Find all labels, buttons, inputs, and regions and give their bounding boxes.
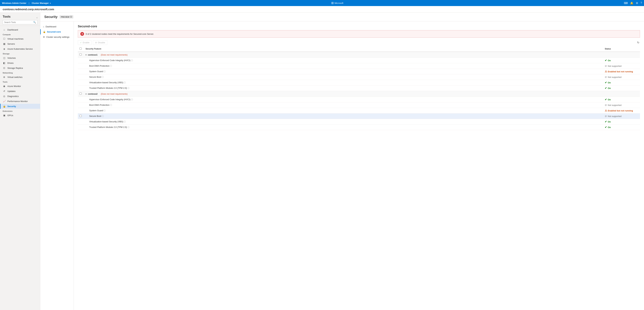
info-icon[interactable]: ⓘ (104, 70, 106, 73)
group-name: contoso1 (88, 54, 98, 56)
updates-icon: ↺ (3, 90, 6, 93)
sidebar-item-drives[interactable]: ◧ Drives (0, 60, 40, 66)
status-not: ⊘ Not supported (605, 115, 638, 118)
status-warn: ⚠ Enabled but not running (605, 109, 638, 112)
feature-name: Trusted Platform Module 2.0 (TPM 2.0)ⓘ (84, 85, 603, 91)
status-ok: ✔ On (605, 120, 638, 123)
volumes-icon: ◫ (3, 57, 6, 59)
preview-info-icon[interactable]: ⓘ (70, 16, 72, 18)
alert-message: 0 of 2 clustered nodes meet the requirem… (86, 33, 154, 35)
status-warn: ⚠ Enabled but not running (605, 70, 638, 73)
col-status-header: Status (603, 46, 640, 52)
sidebar-collapse-btn[interactable]: ‹ (36, 16, 38, 19)
feature-checkbox[interactable] (80, 115, 82, 117)
table-row[interactable]: Secure Bootⓘ ⊘ Not supported (78, 113, 640, 119)
sidebar-item-label: Security (8, 105, 16, 108)
left-nav-item-cluster-security[interactable]: ⚙ Cluster security settings (40, 35, 74, 40)
table-row[interactable]: Boot DMA Protectionⓘ ⊘ Not supported (78, 102, 640, 108)
feature-status: ✔ On (603, 97, 640, 102)
feature-status: ⚠ Enabled but not running (603, 108, 640, 113)
sidebar-item-virtual-switches[interactable]: ⊕ Virtual switches (0, 75, 40, 80)
feature-status: ✔ On (603, 119, 640, 125)
info-icon[interactable]: ⓘ (128, 87, 130, 89)
sidebar-header: Tools ‹ 🔍 (0, 13, 40, 26)
info-icon[interactable]: ⓘ (110, 65, 112, 67)
sidebar-section-extensions: Extensions (0, 109, 40, 113)
info-icon[interactable]: ⓘ (131, 59, 133, 62)
enable-button[interactable]: ✓ Enable (78, 40, 92, 45)
server-name: contoso.redmond.corp.microsoft.com (3, 8, 641, 13)
status-ok: ✔ On (605, 59, 638, 62)
right-panel: Secured-core ✕ 0 of 2 clustered nodes me… (74, 21, 644, 310)
sidebar-item-azure-kubernetes[interactable]: ◈ Azure Kubernetes Service (0, 46, 40, 51)
alert-error-icon: ✕ (80, 32, 84, 36)
terminal-icon[interactable]: ⌨ (624, 2, 628, 5)
table-row[interactable]: Trusted Platform Module 2.0 (TPM 2.0)ⓘ ✔… (78, 125, 640, 130)
info-icon[interactable]: ⓘ (110, 104, 112, 106)
group-checkbox[interactable] (80, 53, 82, 56)
table-group-row[interactable]: ▾ contoso1 (Does not meet requirements) (78, 52, 640, 58)
search-icon: 🔍 (33, 21, 36, 24)
table-row[interactable]: Virtualization-based Security (VBS)ⓘ ✔ O… (78, 119, 640, 125)
enable-label: Enable (83, 41, 90, 44)
feature-name: Hypervisor Enforced Code Integrity (HVCI… (84, 58, 603, 63)
table-row[interactable]: Virtualization-based Security (VBS)ⓘ ✔ O… (78, 80, 640, 85)
table-row[interactable]: Trusted Platform Module 2.0 (TPM 2.0)ⓘ ✔… (78, 85, 640, 91)
help-icon[interactable]: ? (640, 2, 642, 5)
refresh-button[interactable]: ↻ (636, 40, 640, 45)
left-nav-item-dashboard[interactable]: ⌂ Dashboard (40, 24, 74, 29)
left-nav: ⌂ Dashboard 🔒 Secured-core ⚙ Cluster sec… (40, 21, 74, 310)
bell-icon[interactable]: 🔔 (630, 2, 634, 5)
table-row[interactable]: Boot DMA Protectionⓘ ⊘ Not supported (78, 63, 640, 69)
search-input[interactable] (4, 21, 32, 24)
status-not: ⊘ Not supported (605, 76, 638, 79)
feature-status: ⊘ Not supported (603, 113, 640, 119)
sidebar-item-security[interactable]: 🔒 Security (0, 104, 40, 109)
microsoft-label: Microsoft (334, 2, 343, 4)
group-name: contoso2 (88, 93, 98, 95)
azure-monitor-icon: ◉ (3, 85, 6, 87)
info-icon[interactable]: ⓘ (124, 81, 126, 84)
table-group-row[interactable]: ▾ contoso2 (Does not meet requirements) (78, 91, 640, 97)
table-row[interactable]: Hypervisor Enforced Code Integrity (HVCI… (78, 58, 640, 63)
gear-icon[interactable]: ⚙ (636, 2, 638, 5)
group-checkbox[interactable] (80, 93, 82, 95)
expand-arrow: ▾ (86, 93, 86, 95)
top-bar-divider: | (29, 2, 29, 4)
top-bar-left: Windows Admin Center | Cluster Manager ▾ (2, 2, 51, 4)
table-row[interactable]: System Guardⓘ ⚠ Enabled but not running (78, 108, 640, 113)
dashboard-icon: ⌂ (3, 28, 6, 31)
left-nav-label: Dashboard (46, 25, 56, 28)
table-row[interactable]: System Guardⓘ ⚠ Enabled but not running (78, 69, 640, 74)
cluster-manager-label[interactable]: Cluster Manager ▾ (32, 2, 51, 4)
left-nav-label: Secured-core (47, 31, 61, 33)
table-row[interactable]: Hypervisor Enforced Code Integrity (HVCI… (78, 97, 640, 102)
top-bar-center: ⊞ Microsoft (331, 1, 343, 5)
info-icon[interactable]: ⓘ (124, 121, 126, 123)
info-icon[interactable]: ⓘ (102, 76, 104, 78)
sidebar-item-storage-replica[interactable]: ⊡ Storage Replica (0, 66, 40, 71)
sidebar-item-updates[interactable]: ↺ Updates (0, 89, 40, 94)
sidebar-item-volumes[interactable]: ◫ Volumes (0, 55, 40, 60)
select-all-checkbox[interactable] (80, 48, 82, 50)
sidebar-item-diagnostics[interactable]: ◎ Diagnostics (0, 94, 40, 99)
sidebar-item-dashboard[interactable]: ⌂ Dashboard (0, 27, 40, 32)
sidebar-item-label: Volumes (8, 57, 16, 59)
info-icon[interactable]: ⓘ (131, 98, 133, 101)
left-nav-item-secured-core[interactable]: 🔒 Secured-core (40, 29, 74, 35)
info-icon[interactable]: ⓘ (102, 115, 104, 117)
info-icon[interactable]: ⓘ (104, 109, 106, 112)
aks-icon: ◈ (3, 48, 6, 50)
sidebar-item-gpus[interactable]: ▣ GPUs (0, 113, 40, 118)
sidebar-item-performance-monitor[interactable]: 📈 Performance Monitor (0, 99, 40, 104)
disable-circle-icon: ⊘ (95, 41, 97, 44)
sidebar-item-label: Azure Kubernetes Service (8, 48, 33, 50)
left-nav-cluster-security-icon: ⚙ (43, 36, 45, 38)
sidebar-item-azure-monitor[interactable]: ◉ Azure Monitor (0, 84, 40, 89)
sidebar-item-virtual-machines[interactable]: ☐ Virtual machines (0, 36, 40, 41)
sidebar-item-servers[interactable]: ▦ Servers (0, 41, 40, 46)
table-row[interactable]: Secure Bootⓘ ⊘ Not supported (78, 74, 640, 80)
info-icon[interactable]: ⓘ (128, 126, 130, 128)
disable-button[interactable]: ⊘ Disable (93, 40, 107, 45)
group-requirement: (Does not meet requirements) (101, 93, 128, 95)
